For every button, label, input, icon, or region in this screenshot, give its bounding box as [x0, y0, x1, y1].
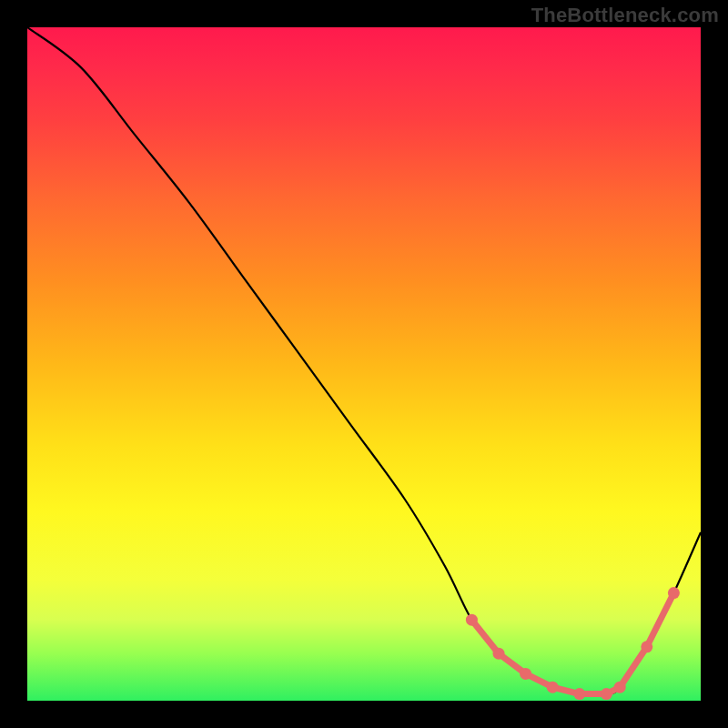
data-point-marker	[520, 668, 531, 680]
bottleneck-curve	[27, 27, 701, 701]
bottleneck-curve-markers	[466, 587, 680, 700]
watermark-text: TheBottleneck.com	[531, 4, 719, 27]
data-point-marker	[493, 648, 505, 660]
data-point-marker	[614, 682, 626, 693]
data-point-marker	[668, 587, 680, 599]
data-point-marker	[573, 688, 585, 700]
data-point-marker	[547, 682, 559, 693]
data-point-marker	[466, 614, 478, 626]
chart-frame: TheBottleneck.com	[0, 0, 728, 728]
data-point-marker	[601, 688, 612, 700]
data-point-marker	[641, 641, 652, 652]
bottleneck-curve-line	[27, 27, 701, 695]
